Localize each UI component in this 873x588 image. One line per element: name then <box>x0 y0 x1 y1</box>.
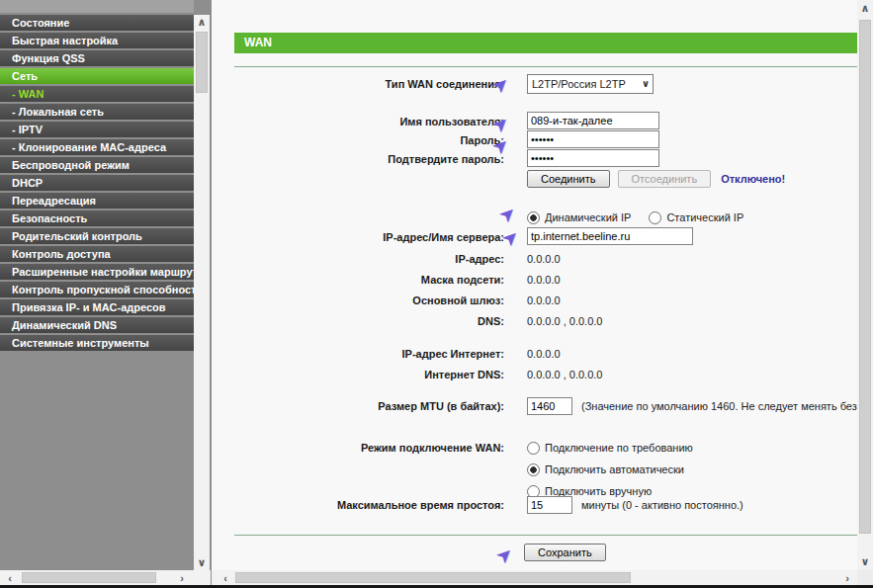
save-row: Сохранить <box>212 544 857 563</box>
sidebar-item-ddns[interactable]: Динамический DNS <box>0 317 194 333</box>
sidebar-item-bandwidth-control[interactable]: Контроль пропускной способности <box>0 282 194 297</box>
subnet-row: Маска подсети: 0.0.0.0 <box>212 270 857 290</box>
main-frame: WAN Тип WAN соединения: L2TP/Россия L2TP… <box>212 0 873 585</box>
sidebar-item-dhcp[interactable]: DHCP <box>0 175 194 191</box>
page-title: WAN <box>234 33 857 53</box>
ip-address-row: IP-адрес: 0.0.0.0 <box>212 249 857 269</box>
ip-mode-row: Динамический IP Статический IP <box>212 208 857 227</box>
username-label: Имя пользователя: <box>212 112 504 131</box>
sidebar-item-system-tools[interactable]: Системные инструменты <box>0 335 194 351</box>
mtu-note: (Значение по умолчанию 1460. Не следует … <box>581 396 857 416</box>
main-horizontal-scroll-thumb[interactable] <box>235 572 631 583</box>
dns-label: DNS: <box>212 311 504 331</box>
sidebar-item-access-control[interactable]: Контроль доступа <box>0 246 194 262</box>
internet-ip-row: IP-адрес Интернет: 0.0.0.0 <box>212 344 857 364</box>
subnet-value: 0.0.0.0 <box>527 270 561 290</box>
disconnect-button[interactable]: Отсоединить <box>618 170 712 188</box>
wan-type-label: Тип WAN соединения: <box>212 74 504 94</box>
scroll-up-icon[interactable]: ∧ <box>857 1 873 16</box>
idle-time-row: Максимальное время простоя: минуты (0 - … <box>212 495 857 515</box>
sidebar-item-qss[interactable]: Функция QSS <box>0 50 194 66</box>
confirm-password-input[interactable] <box>527 149 659 167</box>
scroll-right-icon[interactable]: › <box>839 570 855 585</box>
scroll-up-icon[interactable]: ∧ <box>194 15 210 30</box>
sidebar-item-mac-clone[interactable]: - Клонирование MAC-адреса <box>0 139 194 155</box>
ip-address-value: 0.0.0.0 <box>527 249 561 269</box>
scroll-down-icon[interactable]: ∨ <box>194 555 210 570</box>
wan-type-selected-value: L2TP/Россия L2TP <box>532 78 626 90</box>
sidebar-top-bar <box>0 0 194 14</box>
sidebar: Состояние Быстрая настройка Функция QSS … <box>0 0 211 585</box>
separator-line <box>234 66 857 67</box>
confirm-password-label: Подтвердите пароль: <box>212 149 504 169</box>
sidebar-item-wireless[interactable]: Беспроводной режим <box>0 157 194 173</box>
username-input[interactable] <box>527 112 659 129</box>
wan-mode-label: Режим подключение WAN: <box>212 438 504 458</box>
password-row: Пароль: <box>212 130 857 150</box>
static-ip-radio[interactable] <box>649 211 661 224</box>
scrollbar-corner <box>857 570 873 585</box>
idle-time-input[interactable] <box>527 496 572 514</box>
sidebar-item-lan[interactable]: - Локальная сеть <box>0 104 194 120</box>
sidebar-item-forwarding[interactable]: Переадресация <box>0 193 194 209</box>
password-input[interactable] <box>527 130 659 148</box>
main-vertical-scroll-thumb[interactable] <box>859 20 871 534</box>
chevron-down-icon: ∨ <box>642 75 650 93</box>
internet-dns-row: Интернет DNS: 0.0.0.0 , 0.0.0.0 <box>212 365 857 384</box>
wan-type-select[interactable]: L2TP/Россия L2TP ∨ <box>527 74 654 94</box>
separator-line <box>234 535 857 536</box>
router-admin-window: Состояние Быстрая настройка Функция QSS … <box>0 0 873 588</box>
internet-dns-value: 0.0.0.0 , 0.0.0.0 <box>527 365 602 384</box>
sidebar-item-network[interactable]: Сеть <box>0 68 194 84</box>
connect-button[interactable]: Соединить <box>527 170 610 188</box>
wan-settings-page: WAN Тип WAN соединения: L2TP/Россия L2TP… <box>212 0 857 570</box>
internet-ip-label: IP-адрес Интернет: <box>212 344 504 364</box>
scroll-left-icon[interactable]: ‹ <box>218 570 233 585</box>
dns-row: DNS: 0.0.0.0 , 0.0.0.0 <box>212 311 857 331</box>
connect-buttons-row: Соединить Отсоединить Отключено! <box>212 169 857 189</box>
confirm-password-row: Подтвердите пароль: <box>212 149 857 169</box>
mtu-label: Размер MTU (в байтах): <box>212 396 504 416</box>
sidebar-item-iptv[interactable]: - IPTV <box>0 122 194 137</box>
connect-on-demand-radio[interactable] <box>527 442 540 455</box>
mtu-input[interactable] <box>527 397 572 415</box>
server-input[interactable] <box>527 227 693 245</box>
connect-automatically-label: Подключить автоматически <box>545 460 684 479</box>
sidebar-vertical-scrollbar[interactable] <box>194 15 210 570</box>
scroll-right-icon[interactable]: › <box>174 570 190 585</box>
server-row: IP-адрес/Имя сервера: <box>212 227 857 247</box>
wan-type-row: Тип WAN соединения: L2TP/Россия L2TP ∨ <box>212 74 857 94</box>
static-ip-label: Статический IP <box>666 208 743 227</box>
sidebar-menu: Состояние Быстрая настройка Функция QSS … <box>0 15 194 353</box>
sidebar-horizontal-scroll-thumb[interactable] <box>22 572 156 583</box>
sidebar-item-status[interactable]: Состояние <box>0 15 194 31</box>
sidebar-item-advanced-routing[interactable]: Расширенные настройки маршрутизации <box>0 264 194 280</box>
gateway-label: Основной шлюз: <box>212 291 504 310</box>
internet-ip-value: 0.0.0.0 <box>527 344 561 364</box>
connect-on-demand-label: Подключение по требованию <box>545 438 693 458</box>
wan-mode-auto-row: Подключить автоматически <box>212 460 857 479</box>
internet-dns-label: Интернет DNS: <box>212 365 504 384</box>
idle-time-note: минуты (0 - активно постоянно.) <box>581 495 743 515</box>
connect-automatically-radio[interactable] <box>527 463 540 476</box>
scroll-down-icon[interactable]: ∨ <box>857 554 873 569</box>
sidebar-item-security[interactable]: Безопасность <box>0 210 194 226</box>
dns-value: 0.0.0.0 , 0.0.0.0 <box>527 311 602 331</box>
save-button[interactable]: Сохранить <box>524 544 606 561</box>
dynamic-ip-label: Динамический IP <box>545 208 631 227</box>
dynamic-ip-radio[interactable] <box>527 211 540 224</box>
ip-address-label: IP-адрес: <box>212 249 504 269</box>
sidebar-item-quick-setup[interactable]: Быстрая настройка <box>0 33 194 48</box>
idle-time-label: Максимальное время простоя: <box>212 495 504 515</box>
sidebar-item-ip-mac-binding[interactable]: Привязка IP- и MAC-адресов <box>0 299 194 315</box>
server-label: IP-адрес/Имя сервера: <box>212 227 504 247</box>
sidebar-item-wan[interactable]: - WAN <box>0 86 194 102</box>
connection-status-text: Отключено! <box>721 169 785 189</box>
subnet-label: Маска подсети: <box>212 270 504 290</box>
username-row: Имя пользователя: <box>212 112 857 131</box>
sidebar-item-parental-control[interactable]: Родительский контроль <box>0 228 194 244</box>
sidebar-vertical-scroll-thumb[interactable] <box>196 32 208 93</box>
wan-mode-row: Режим подключение WAN: Подключение по тр… <box>212 438 857 458</box>
gateway-row: Основной шлюз: 0.0.0.0 <box>212 291 857 310</box>
scroll-left-icon[interactable]: ‹ <box>2 570 18 585</box>
